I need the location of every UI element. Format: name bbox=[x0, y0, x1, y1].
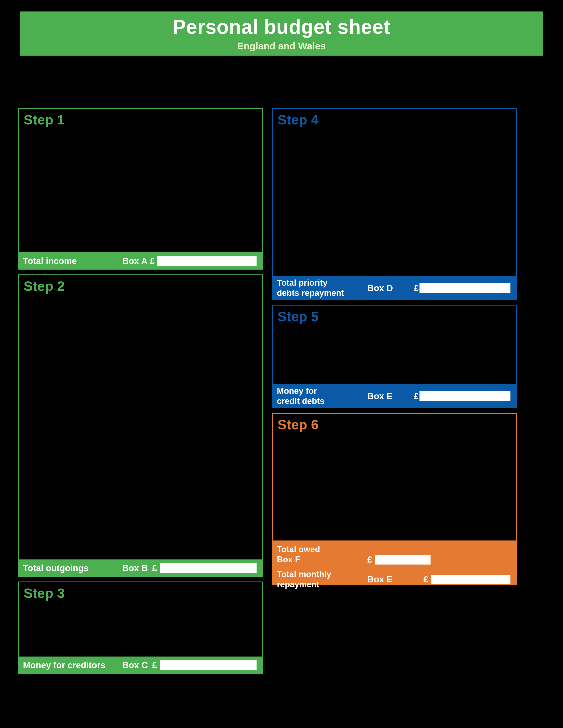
money-credit-label-1: Money for bbox=[277, 386, 356, 396]
step-6-title: Step 6 bbox=[273, 414, 516, 432]
step-4-box: Step 4 Total priority debts repayment Bo… bbox=[272, 108, 517, 300]
step-3-footer: Money for creditors Box C £ bbox=[18, 657, 263, 674]
header-band: Personal budget sheet England and Wales bbox=[20, 11, 543, 56]
box-e-label: Box E bbox=[356, 391, 414, 401]
currency-symbol: £ bbox=[414, 391, 419, 401]
step-2-footer: Total outgoings Box B £ bbox=[18, 559, 263, 577]
step-1-footer: Total income Box A £ bbox=[18, 252, 263, 270]
step-3-box: Step 3 Money for creditors Box C £ bbox=[18, 582, 263, 674]
box-c-input[interactable] bbox=[160, 660, 256, 670]
total-priority-label-1: Total priority bbox=[277, 278, 356, 288]
total-owed-label: Total owed bbox=[277, 544, 356, 555]
total-outgoings-label: Total outgoings bbox=[23, 563, 116, 573]
box-f-label: Box F bbox=[277, 555, 356, 565]
box-e-input[interactable] bbox=[420, 391, 510, 401]
money-for-creditors-label: Money for creditors bbox=[23, 660, 116, 670]
step-6-footer: Total owed Box F £ Total monthly repayme… bbox=[272, 540, 517, 585]
box-d-label: Box D bbox=[356, 283, 414, 293]
box-d-input[interactable] bbox=[420, 283, 510, 293]
page-title: Personal budget sheet bbox=[173, 16, 390, 38]
total-monthly-label-1: Total monthly bbox=[277, 569, 356, 580]
currency-symbol: £ bbox=[152, 660, 157, 670]
box-e-repay-input[interactable] bbox=[431, 575, 510, 584]
step-5-footer: Money for credit debts Box E £ bbox=[272, 384, 517, 408]
step-2-box: Step 2 Total outgoings Box B £ bbox=[18, 274, 263, 577]
box-a-label: Box A bbox=[122, 256, 147, 266]
box-a-input[interactable] bbox=[157, 256, 256, 266]
box-b-input[interactable] bbox=[160, 563, 256, 573]
step-5-box: Step 5 Money for credit debts Box E £ bbox=[272, 305, 517, 408]
step-1-box: Step 1 Total income Box A £ bbox=[18, 108, 263, 270]
currency-symbol: £ bbox=[368, 555, 372, 565]
step-5-title: Step 5 bbox=[273, 306, 516, 324]
total-income-label: Total income bbox=[23, 256, 116, 266]
page-subtitle: England and Wales bbox=[237, 41, 326, 52]
step-4-footer: Total priority debts repayment Box D £ bbox=[272, 276, 517, 300]
box-f-input[interactable] bbox=[375, 555, 431, 565]
box-e-repay-label: Box E bbox=[356, 574, 414, 584]
money-credit-label-2: credit debts bbox=[277, 396, 356, 406]
currency-symbol: £ bbox=[414, 283, 419, 293]
step-6-box: Step 6 Total owed Box F £ Total monthly … bbox=[272, 413, 517, 585]
step-3-title: Step 3 bbox=[19, 582, 262, 601]
total-monthly-label-2: repayment bbox=[277, 580, 356, 590]
step-2-title: Step 2 bbox=[19, 275, 262, 294]
total-priority-label-2: debts repayment bbox=[277, 288, 356, 298]
box-c-label: Box C bbox=[122, 660, 148, 670]
currency-symbol: £ bbox=[152, 563, 157, 573]
currency-symbol: £ bbox=[150, 256, 154, 266]
box-b-label: Box B bbox=[122, 563, 148, 573]
step-4-title: Step 4 bbox=[273, 109, 516, 128]
currency-symbol: £ bbox=[424, 574, 428, 584]
step-1-title: Step 1 bbox=[19, 109, 262, 128]
